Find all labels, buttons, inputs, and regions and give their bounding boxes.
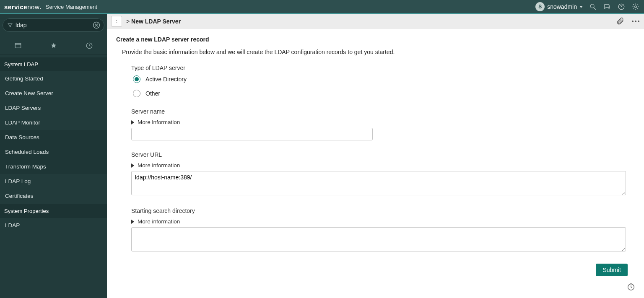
history-tab-icon[interactable] xyxy=(83,41,95,50)
svg-point-0 xyxy=(590,4,594,8)
triangle-right-icon xyxy=(131,120,134,124)
sidebar-item-create-new-server[interactable]: Create New Server xyxy=(0,86,107,101)
brand-logo: servicenow. xyxy=(4,3,42,10)
filter-input-wrap xyxy=(3,18,104,32)
svg-point-4 xyxy=(635,6,637,8)
submit-button[interactable]: Submit xyxy=(596,264,628,276)
triangle-right-icon xyxy=(131,220,134,224)
sidebar: System LDAP Getting Started Create New S… xyxy=(0,14,107,298)
chevron-down-icon xyxy=(579,6,583,8)
back-button[interactable] xyxy=(111,16,122,27)
sidebar-item-ldap-monitor[interactable]: LDAP Monitor xyxy=(0,115,107,130)
radio-icon xyxy=(133,75,140,83)
gear-icon[interactable] xyxy=(631,3,640,11)
chat-icon[interactable] xyxy=(603,3,611,11)
server-name-more-info[interactable]: More information xyxy=(131,119,635,125)
svg-rect-6 xyxy=(15,44,21,48)
radio-other[interactable]: Other xyxy=(131,90,635,97)
type-label: Type of LDAP server xyxy=(131,65,635,71)
sidebar-item-ldap-log[interactable]: LDAP Log xyxy=(0,174,107,189)
response-time-icon[interactable] xyxy=(626,282,636,291)
svg-line-1 xyxy=(594,8,596,10)
sidebar-tabs xyxy=(0,35,107,55)
attachment-icon[interactable] xyxy=(616,17,625,26)
starting-dir-more-info[interactable]: More information xyxy=(131,218,635,225)
triangle-right-icon xyxy=(131,163,134,168)
page-title: Create a new LDAP server record xyxy=(116,36,635,43)
sidebar-item-transform-maps[interactable]: Transform Maps xyxy=(0,159,107,174)
svg-point-3 xyxy=(621,8,622,8)
page-intro: Provide the basic information below and … xyxy=(122,49,635,55)
form-header: > New LDAP Server xyxy=(107,14,644,29)
favorites-tab-icon[interactable] xyxy=(48,41,60,50)
filter-input[interactable] xyxy=(16,22,90,29)
brand-subtitle: Service Management xyxy=(46,4,97,10)
help-icon[interactable] xyxy=(617,3,626,11)
avatar: S xyxy=(535,2,545,11)
radio-active-directory[interactable]: Active Directory xyxy=(131,75,635,83)
more-actions-icon[interactable] xyxy=(631,17,640,26)
server-url-more-info[interactable]: More information xyxy=(131,162,635,168)
sidebar-group-system-properties[interactable]: System Properties xyxy=(0,204,107,218)
radio-icon xyxy=(133,90,140,97)
content-area: > New LDAP Server Create a new LDAP serv… xyxy=(107,14,644,298)
top-banner: servicenow. Service Management S snowadm… xyxy=(0,0,644,14)
search-icon[interactable] xyxy=(589,3,597,11)
starting-dir-label: Starting search directory xyxy=(131,207,635,214)
starting-dir-input[interactable] xyxy=(131,227,626,251)
sidebar-item-getting-started[interactable]: Getting Started xyxy=(0,71,107,86)
username: snowadmin xyxy=(547,3,577,10)
sidebar-group-system-ldap[interactable]: System LDAP xyxy=(0,57,107,71)
server-name-input[interactable] xyxy=(131,128,373,140)
sidebar-item-ldap-properties[interactable]: LDAP xyxy=(0,218,107,233)
server-name-label: Server name xyxy=(131,108,635,115)
user-menu[interactable]: S snowadmin xyxy=(535,2,583,11)
server-url-input[interactable] xyxy=(131,171,626,195)
all-apps-tab-icon[interactable] xyxy=(12,41,24,50)
sidebar-item-ldap-servers[interactable]: LDAP Servers xyxy=(0,101,107,115)
funnel-icon xyxy=(7,22,13,28)
sidebar-item-data-sources[interactable]: Data Sources xyxy=(0,130,107,145)
sidebar-item-certificates[interactable]: Certificates xyxy=(0,189,107,203)
server-url-label: Server URL xyxy=(131,151,635,158)
breadcrumb: > New LDAP Server xyxy=(126,18,181,25)
sidebar-item-scheduled-loads[interactable]: Scheduled Loads xyxy=(0,145,107,159)
clear-filter-icon[interactable] xyxy=(92,21,101,29)
